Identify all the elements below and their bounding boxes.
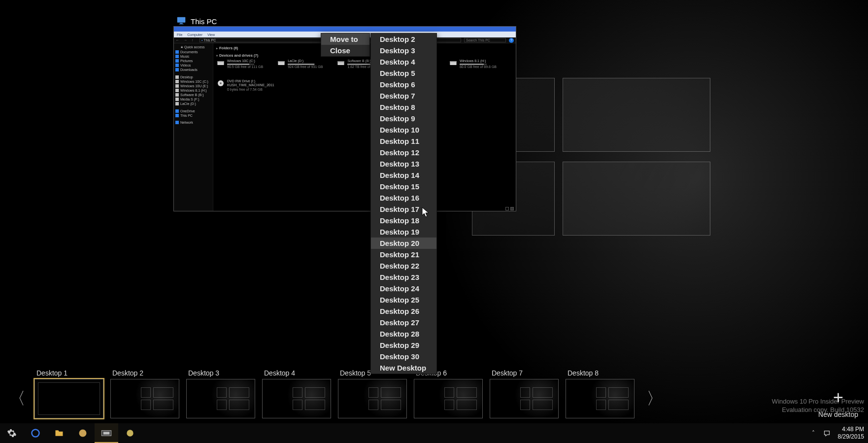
nav-this-pc[interactable]: This PC — [175, 114, 211, 117]
move-to-desktop-11[interactable]: Desktop 11 — [371, 136, 436, 147]
context-menu-close[interactable]: Close — [321, 45, 369, 56]
nav-pictures[interactable]: Pictures — [175, 59, 211, 63]
virtual-desktop-label: Desktop 4 — [262, 369, 331, 377]
nav-network-icon — [175, 121, 179, 124]
view-details-icon[interactable] — [505, 207, 509, 210]
nav-downloads[interactable]: Downloads — [175, 68, 211, 71]
nav-quick-access[interactable]: ★ Quick access — [175, 45, 211, 49]
move-to-desktop-14[interactable]: Desktop 14 — [371, 170, 436, 181]
file-explorer-icon[interactable] — [47, 423, 71, 443]
edge-icon[interactable] — [24, 423, 47, 443]
devices-header[interactable]: Devices and drives (7) — [219, 53, 258, 58]
drive-item[interactable]: Windows 8.1 (H:)80.0 GB free of 89.8 GB — [449, 59, 497, 69]
nav-software[interactable]: Software B (B:) — [175, 93, 211, 97]
desktops-scroll-left[interactable]: 〈 — [0, 379, 34, 418]
drive-item[interactable]: DVD RW Drive (I:)KUSH_TIME_MACHINE_20110… — [216, 79, 274, 92]
move-to-desktop-19[interactable]: Desktop 19 — [371, 226, 436, 238]
move-to-desktop-22[interactable]: Desktop 22 — [371, 260, 436, 272]
move-to-desktop-30[interactable]: Desktop 30 — [371, 351, 436, 362]
task-view-icon[interactable] — [95, 423, 118, 443]
move-to-desktop-25[interactable]: Desktop 25 — [371, 294, 436, 306]
drive-item[interactable]: LaCie (D:)924 GB free of 931 GB — [277, 59, 323, 69]
help-icon[interactable]: ? — [509, 38, 514, 43]
tray-overflow-chevron-icon[interactable]: ˄ — [806, 423, 820, 443]
app-icon[interactable] — [118, 423, 142, 443]
move-to-submenu: Desktop 2Desktop 3Desktop 4Desktop 5Desk… — [370, 33, 437, 374]
move-to-desktop-7[interactable]: Desktop 7 — [371, 90, 436, 102]
virtual-desktop-thumb[interactable]: Desktop 4 — [262, 369, 331, 418]
action-center-icon[interactable] — [820, 423, 834, 443]
move-to-desktop-17[interactable]: Desktop 17 — [371, 204, 436, 215]
virtual-desktop-thumb[interactable]: Desktop 5 — [338, 369, 407, 418]
new-desktop-button[interactable]: + New desktop — [818, 389, 858, 418]
ribbon-tab-view[interactable]: View — [207, 33, 215, 36]
ribbon-tab-computer[interactable]: Computer — [187, 33, 202, 36]
nav-windows[interactable]: Windows 10C (C:) — [175, 80, 211, 83]
window-titlebar[interactable] — [174, 27, 516, 32]
move-to-desktop-4[interactable]: Desktop 4 — [371, 56, 436, 68]
move-to-desktop-5[interactable]: Desktop 5 — [371, 68, 436, 79]
taskbar-clock[interactable]: 4:48 PM 8/29/2015 — [834, 426, 868, 441]
nav-lacie[interactable]: LaCie (D:) — [175, 102, 211, 105]
move-to-desktop-24[interactable]: Desktop 24 — [371, 283, 436, 294]
nav-onedrive[interactable]: OneDrive — [175, 109, 211, 113]
folders-header[interactable]: Folders (6) — [219, 46, 238, 50]
virtual-desktop-thumb[interactable]: Desktop 6 — [414, 369, 483, 418]
search-input[interactable]: Search This PC — [464, 38, 506, 42]
move-to-desktop-15[interactable]: Desktop 15 — [371, 181, 436, 192]
svg-point-14 — [220, 82, 221, 84]
nav-music[interactable]: Music — [175, 55, 211, 58]
virtual-desktop-thumb[interactable]: Desktop 7 — [490, 369, 559, 418]
view-thumbnails-icon[interactable] — [510, 207, 514, 210]
nav-network[interactable]: Network — [175, 121, 211, 124]
nav-onedrive-icon — [175, 109, 179, 113]
virtual-desktop-thumb[interactable]: Desktop 1 — [34, 369, 103, 418]
move-to-desktop-23[interactable]: Desktop 23 — [371, 272, 436, 283]
nav-documents[interactable]: Documents — [175, 50, 211, 54]
context-menu-move-to[interactable]: Move to 〉 — [321, 34, 369, 45]
move-to-desktop-9[interactable]: Desktop 9 — [371, 113, 436, 124]
drive-item[interactable]: Windows 10C (C:)90.5 GB free of 111 GB — [216, 59, 263, 69]
move-to-desktop-12[interactable]: Desktop 12 — [371, 147, 436, 158]
move-to-desktop-21[interactable]: Desktop 21 — [371, 249, 436, 260]
move-to-desktop-6[interactable]: Desktop 6 — [371, 79, 436, 90]
move-to-desktop-16[interactable]: Desktop 16 — [371, 192, 436, 204]
move-to-desktop-20[interactable]: Desktop 20 — [371, 238, 436, 249]
nav-desktop[interactable]: Desktop — [175, 75, 211, 79]
breadcrumb: This PC — [203, 38, 216, 42]
nav-videos[interactable]: Videos — [175, 64, 211, 67]
nav-media[interactable]: Media S (F:) — [175, 98, 211, 101]
nav-windows[interactable]: Windows 8.1 (H:) — [175, 89, 211, 92]
move-to-desktop-10[interactable]: Desktop 10 — [371, 124, 436, 136]
move-to-desktop-3[interactable]: Desktop 3 — [371, 45, 436, 56]
dvd-drive-icon — [216, 79, 225, 86]
move-to-desktop-29[interactable]: Desktop 29 — [371, 340, 436, 351]
move-to-desktop-26[interactable]: Desktop 26 — [371, 306, 436, 317]
nav-lacie-icon — [175, 102, 179, 105]
nav-media-icon — [175, 98, 179, 101]
settings-icon[interactable] — [0, 423, 24, 443]
navigation-pane[interactable]: ★ Quick access Documents Music Pictures … — [174, 43, 213, 211]
desktops-scroll-right[interactable]: 〉 — [637, 379, 672, 418]
nav-windows[interactable]: Windows 10U (E:) — [175, 84, 211, 88]
nav-back-icon[interactable]: ← — [176, 38, 181, 42]
nav-forward-icon[interactable]: → — [184, 38, 189, 42]
move-to-desktop-27[interactable]: Desktop 27 — [371, 317, 436, 328]
nav-up-icon[interactable]: ↑ — [192, 38, 197, 42]
ribbon-tab-file[interactable]: File — [177, 33, 182, 36]
move-to-desktop-28[interactable]: Desktop 28 — [371, 328, 436, 340]
taskbar: ˄ 4:48 PM 8/29/2015 — [0, 423, 868, 443]
store-icon[interactable] — [71, 423, 95, 443]
virtual-desktop-thumb[interactable]: Desktop 3 — [186, 369, 255, 418]
move-to-new-desktop[interactable]: New Desktop — [371, 362, 436, 374]
virtual-desktop-thumb[interactable]: Desktop 8 — [566, 369, 634, 418]
move-to-desktop-13[interactable]: Desktop 13 — [371, 158, 436, 170]
preview-title: This PC — [191, 17, 217, 26]
nav-videos-icon — [175, 64, 179, 67]
hard-drive-icon — [449, 59, 458, 66]
nav-desktop-icon — [175, 75, 179, 79]
move-to-desktop-8[interactable]: Desktop 8 — [371, 102, 436, 113]
virtual-desktop-thumb[interactable]: Desktop 2 — [110, 369, 179, 418]
move-to-desktop-2[interactable]: Desktop 2 — [371, 34, 436, 45]
move-to-desktop-18[interactable]: Desktop 18 — [371, 215, 436, 226]
